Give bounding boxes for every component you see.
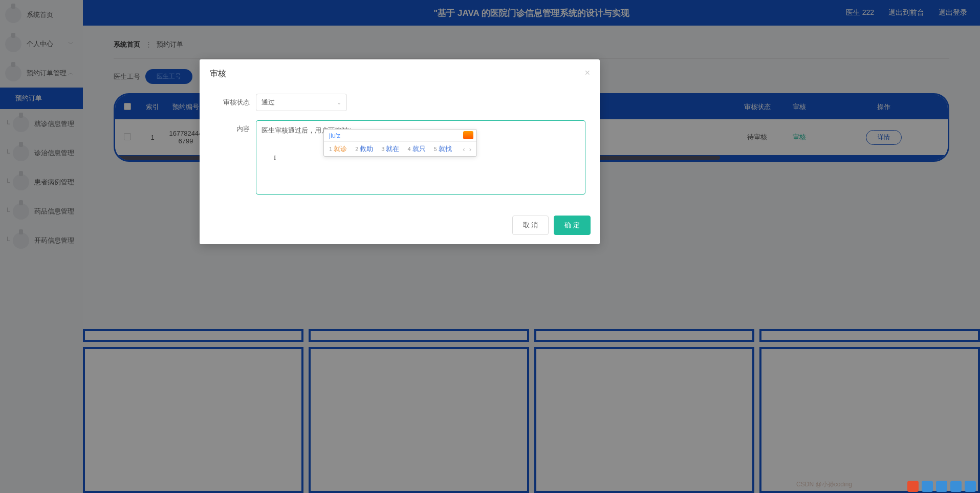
ime-input: jiu'z	[324, 130, 476, 141]
status-select[interactable]: 通过 ⌄	[256, 94, 347, 111]
taskbar-icon[interactable]	[950, 481, 962, 492]
modal-header: 审核 ✕	[200, 59, 600, 89]
ime-nav: ‹ ›	[463, 145, 471, 153]
ime-candidate[interactable]: 5就找	[434, 144, 452, 154]
status-row: 审核状态 通过 ⌄	[214, 94, 585, 111]
taskbar-icon[interactable]	[907, 481, 919, 492]
chevron-down-icon: ⌄	[337, 99, 341, 106]
status-label: 审核状态	[214, 94, 256, 111]
ime-next-icon[interactable]: ›	[469, 145, 471, 153]
confirm-button[interactable]: 确 定	[554, 216, 591, 235]
close-icon[interactable]: ✕	[584, 69, 591, 77]
modal-footer: 取 消 确 定	[200, 216, 600, 244]
ime-candidate[interactable]: 2救助	[355, 144, 373, 154]
ime-prev-icon[interactable]: ‹	[463, 145, 465, 153]
ime-candidate[interactable]: 1就诊	[329, 144, 347, 154]
cancel-button[interactable]: 取 消	[512, 216, 549, 235]
status-control: 通过 ⌄	[256, 94, 585, 111]
ime-candidate[interactable]: 4就只	[407, 144, 425, 154]
ime-candidates: 1就诊 2救助 3就在 4就只 5就找 ‹ ›	[324, 141, 476, 156]
ime-candidate[interactable]: 3就在	[381, 144, 399, 154]
ime-logo-icon	[463, 131, 473, 139]
taskbar-icon[interactable]	[965, 481, 976, 492]
select-value: 通过	[262, 98, 275, 107]
text-cursor-icon	[274, 154, 274, 162]
taskbar-icon[interactable]	[936, 481, 947, 492]
content-label: 内容	[214, 120, 256, 196]
taskbar-icons	[907, 481, 976, 492]
modal-title: 审核	[210, 69, 226, 78]
taskbar-icon[interactable]	[922, 481, 933, 492]
ime-popup: jiu'z 1就诊 2救助 3就在 4就只 5就找 ‹ ›	[323, 129, 477, 157]
